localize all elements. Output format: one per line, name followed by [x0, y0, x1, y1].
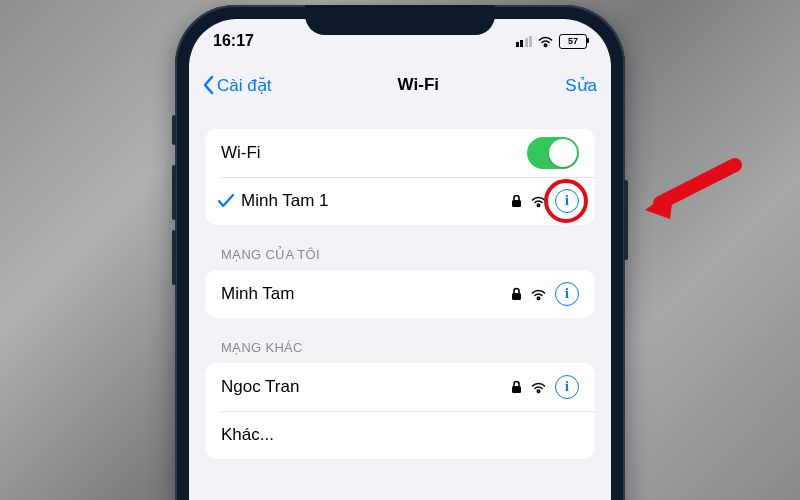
network-row[interactable]: Ngoc Tran i [205, 363, 595, 411]
lock-icon [511, 194, 522, 208]
back-button[interactable]: Cài đặt [203, 75, 271, 96]
other-network-label: Khác... [221, 425, 579, 445]
wifi-signal-icon [530, 195, 547, 208]
network-name: Minh Tam [221, 284, 511, 304]
chevron-left-icon [203, 75, 215, 95]
cellular-signal-icon [516, 36, 533, 47]
other-networks-group: Ngoc Tran i Khác... [205, 363, 595, 459]
wifi-toggle[interactable] [527, 137, 579, 169]
lock-icon [511, 287, 522, 301]
wifi-signal-icon [530, 381, 547, 394]
phone-frame: 16:17 57 Cài đặt Wi-Fi Sửa [175, 5, 625, 500]
page-title: Wi-Fi [398, 75, 439, 95]
my-networks-group: Minh Tam i [205, 270, 595, 318]
info-button[interactable]: i [555, 375, 579, 399]
network-row[interactable]: Minh Tam i [205, 270, 595, 318]
section-header-other-networks: MẠNG KHÁC [205, 318, 595, 363]
lock-icon [511, 380, 522, 394]
edit-button[interactable]: Sửa [565, 75, 597, 96]
battery-indicator: 57 [559, 34, 587, 49]
wifi-toggle-label: Wi-Fi [221, 143, 527, 163]
mute-switch [172, 115, 176, 145]
annotation-arrow [640, 155, 750, 225]
network-name: Ngoc Tran [221, 377, 511, 397]
other-network-row[interactable]: Khác... [205, 411, 595, 459]
info-button[interactable]: i [555, 282, 579, 306]
info-button[interactable]: i [555, 189, 579, 213]
power-button [624, 180, 628, 260]
connected-network-row[interactable]: Minh Tam 1 i [205, 177, 595, 225]
wifi-toggle-row: Wi-Fi [205, 129, 595, 177]
back-label: Cài đặt [217, 75, 271, 96]
notch [305, 5, 495, 35]
nav-bar: Cài đặt Wi-Fi Sửa [189, 63, 611, 107]
section-header-my-networks: MẠNG CỦA TÔI [205, 225, 595, 270]
wifi-status-icon [537, 35, 554, 48]
connected-network-name: Minh Tam 1 [241, 191, 511, 211]
svg-rect-1 [512, 293, 521, 300]
svg-rect-2 [512, 386, 521, 393]
wifi-main-group: Wi-Fi Minh Tam 1 [205, 129, 595, 225]
wifi-signal-icon [530, 288, 547, 301]
volume-up [172, 165, 176, 220]
svg-rect-0 [512, 200, 521, 207]
checkmark-icon [215, 194, 237, 208]
volume-down [172, 230, 176, 285]
status-time: 16:17 [213, 32, 254, 50]
